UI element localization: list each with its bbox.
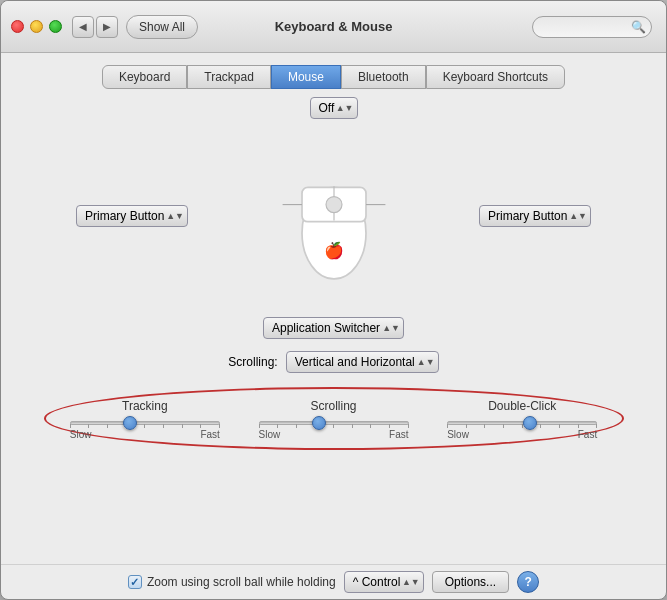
scrolling-select-wrapper: Vertical and Horizontal ▲▼ (286, 351, 439, 373)
search-icon: 🔍 (631, 20, 646, 34)
tick (88, 424, 89, 428)
zoom-modifier-wrapper: ^ Control ▲▼ (344, 571, 424, 593)
double-click-label: Double-Click (488, 399, 556, 413)
scrolling-slider-col: Scrolling (254, 399, 413, 440)
tracking-ticks (70, 424, 220, 428)
app-switcher-row: Application Switcher ▲▼ (263, 317, 404, 339)
scrolling-select[interactable]: Vertical and Horizontal (286, 351, 439, 373)
tracking-fast-label: Fast (200, 429, 219, 440)
tick (484, 424, 485, 428)
mouse-diagram-area: Primary Button ▲▼ 🍎 (21, 131, 646, 301)
tracking-slider-col: Tracking (66, 399, 225, 440)
tracking-slow-fast: Slow Fast (70, 429, 220, 440)
tick (296, 424, 297, 428)
tick (333, 424, 334, 428)
tab-trackpad[interactable]: Trackpad (187, 65, 271, 89)
tick (578, 424, 579, 428)
tab-keyboard-shortcuts[interactable]: Keyboard Shortcuts (426, 65, 565, 89)
tick (144, 424, 145, 428)
nav-buttons: ◀ ▶ (72, 16, 118, 38)
left-button-select-wrapper: Primary Button ▲▼ (76, 205, 188, 227)
tracking-label: Tracking (122, 399, 168, 413)
tick (219, 424, 220, 428)
sliders-oval: Tracking (44, 387, 624, 450)
double-click-slider-col: Double-Click (443, 399, 602, 440)
show-all-button[interactable]: Show All (126, 15, 198, 39)
svg-text:🍎: 🍎 (324, 241, 344, 260)
scrolling-fast-label: Fast (389, 429, 408, 440)
mouse-image: 🍎 (269, 136, 399, 296)
tick (447, 424, 448, 428)
double-click-fast-label: Fast (578, 429, 597, 440)
scrolling-slow-label: Slow (259, 429, 281, 440)
window-title: Keyboard & Mouse (275, 19, 393, 34)
app-switcher-wrapper: Application Switcher ▲▼ (263, 317, 404, 339)
forward-button[interactable]: ▶ (96, 16, 118, 38)
main-window: ◀ ▶ Show All Keyboard & Mouse 🔍 Keyboard… (0, 0, 667, 600)
tick (352, 424, 353, 428)
double-click-slow-label: Slow (447, 429, 469, 440)
scrolling-slider-track (259, 419, 409, 427)
on-off-select[interactable]: Off (310, 97, 358, 119)
checkmark-icon: ✓ (130, 576, 139, 589)
app-switcher-select[interactable]: Application Switcher (263, 317, 404, 339)
scrolling-speed-label: Scrolling (310, 399, 356, 413)
left-button-wrapper: Primary Button ▲▼ (76, 205, 188, 227)
tracking-thumb[interactable] (123, 416, 137, 430)
back-button[interactable]: ◀ (72, 16, 94, 38)
scrolling-label: Scrolling: (228, 355, 277, 369)
tracking-slow-label: Slow (70, 429, 92, 440)
off-dropdown-row: Off ▲▼ (310, 97, 358, 119)
tick (70, 424, 71, 428)
title-bar: ◀ ▶ Show All Keyboard & Mouse 🔍 (1, 1, 666, 53)
help-button[interactable]: ? (517, 571, 539, 593)
zoom-checkbox-wrapper: ✓ Zoom using scroll ball while holding (128, 575, 336, 589)
double-click-thumb[interactable] (523, 416, 537, 430)
tab-bluetooth[interactable]: Bluetooth (341, 65, 426, 89)
tick (559, 424, 560, 428)
tick (107, 424, 108, 428)
tick (182, 424, 183, 428)
tick (408, 424, 409, 428)
tick (466, 424, 467, 428)
tab-keyboard[interactable]: Keyboard (102, 65, 187, 89)
tab-mouse[interactable]: Mouse (271, 65, 341, 89)
tick (596, 424, 597, 428)
tracking-slider-track (70, 419, 220, 427)
search-box: 🔍 (532, 16, 652, 38)
tick (389, 424, 390, 428)
svg-point-3 (326, 197, 342, 213)
traffic-lights (11, 20, 62, 33)
tick (259, 424, 260, 428)
right-button-select[interactable]: Primary Button (479, 205, 591, 227)
scrolling-thumb[interactable] (312, 416, 326, 430)
options-button[interactable]: Options... (432, 571, 509, 593)
scrolling-slow-fast: Slow Fast (259, 429, 409, 440)
on-off-select-wrapper: Off ▲▼ (310, 97, 358, 119)
scrolling-ticks (259, 424, 409, 428)
tick (200, 424, 201, 428)
tick (277, 424, 278, 428)
right-button-select-wrapper: Primary Button ▲▼ (479, 205, 591, 227)
left-button-select[interactable]: Primary Button (76, 205, 188, 227)
scrolling-row: Scrolling: Vertical and Horizontal ▲▼ (21, 351, 646, 373)
zoom-label: Zoom using scroll ball while holding (147, 575, 336, 589)
right-button-wrapper: Primary Button ▲▼ (479, 205, 591, 227)
tick (540, 424, 541, 428)
mouse-content: Off ▲▼ Primary Button ▲▼ (1, 97, 666, 564)
sliders-row: Tracking (66, 399, 602, 440)
bottom-bar: ✓ Zoom using scroll ball while holding ^… (1, 564, 666, 599)
maximize-button[interactable] (49, 20, 62, 33)
close-button[interactable] (11, 20, 24, 33)
zoom-modifier-select[interactable]: ^ Control (344, 571, 424, 593)
tabs-bar: Keyboard Trackpad Mouse Bluetooth Keyboa… (1, 53, 666, 97)
tick (370, 424, 371, 428)
tick (163, 424, 164, 428)
double-click-slider-track (447, 419, 597, 427)
zoom-checkbox[interactable]: ✓ (128, 575, 142, 589)
double-click-slow-fast: Slow Fast (447, 429, 597, 440)
tick (503, 424, 504, 428)
minimize-button[interactable] (30, 20, 43, 33)
